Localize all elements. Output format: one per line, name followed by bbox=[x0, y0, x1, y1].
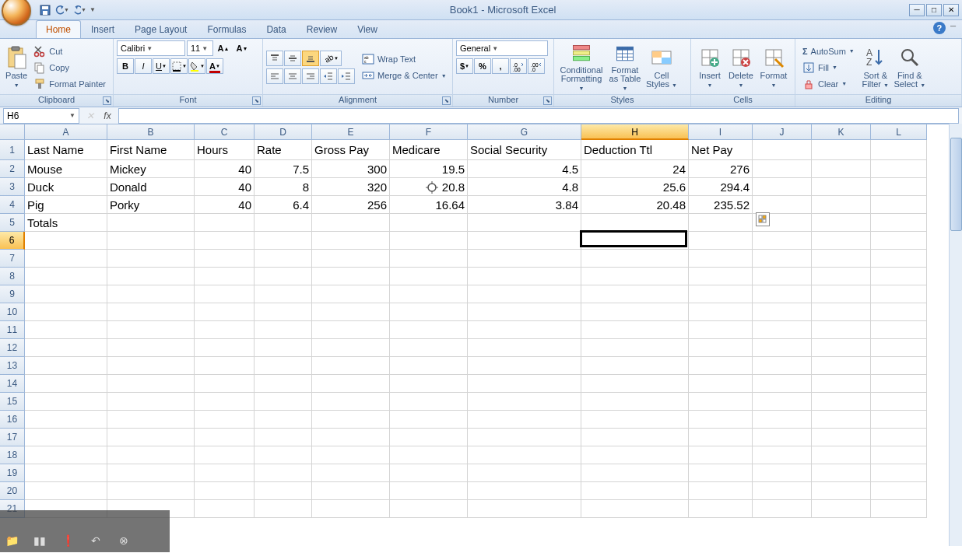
cell-A12[interactable] bbox=[25, 339, 107, 357]
cell-C4[interactable]: 40 bbox=[195, 196, 255, 214]
cell-G21[interactable] bbox=[468, 500, 581, 518]
row-header-3[interactable]: 3 bbox=[0, 178, 25, 196]
row-header-2[interactable]: 2 bbox=[0, 160, 25, 178]
cell-E3[interactable]: 320 bbox=[312, 178, 390, 196]
cell-D17[interactable] bbox=[255, 429, 312, 446]
cell-A8[interactable] bbox=[25, 268, 107, 285]
cell-B10[interactable] bbox=[107, 303, 195, 321]
cell-J2[interactable] bbox=[753, 160, 812, 178]
cell-I6[interactable] bbox=[689, 232, 753, 250]
decrease-indent[interactable] bbox=[320, 68, 337, 84]
cell-E11[interactable] bbox=[312, 321, 390, 339]
cell-H1[interactable]: Deduction Ttl bbox=[581, 140, 689, 160]
fill-color-button[interactable]: ▼ bbox=[188, 58, 205, 74]
font-size-combo[interactable]: 11▼ bbox=[187, 40, 213, 56]
cell-D6[interactable] bbox=[255, 232, 312, 250]
cell-L14[interactable] bbox=[871, 375, 927, 393]
qat-undo[interactable]: ▼ bbox=[54, 3, 70, 17]
cell-H3[interactable]: 25.6 bbox=[581, 178, 689, 196]
format-painter-button[interactable]: Format Painter bbox=[30, 76, 110, 92]
cell-E14[interactable] bbox=[312, 375, 390, 393]
tab-view[interactable]: View bbox=[347, 20, 388, 38]
cell-F8[interactable] bbox=[390, 268, 468, 285]
fx-button[interactable]: fx bbox=[100, 109, 115, 123]
cell-I17[interactable] bbox=[689, 429, 753, 446]
cell-I10[interactable] bbox=[689, 303, 753, 321]
cell-I4[interactable]: 235.52 bbox=[689, 196, 753, 214]
cell-G19[interactable] bbox=[468, 464, 581, 482]
rec-marker[interactable]: ❗ bbox=[59, 532, 76, 549]
cell-J3[interactable] bbox=[753, 178, 812, 196]
cell-H17[interactable] bbox=[581, 429, 689, 446]
cell-G16[interactable] bbox=[468, 411, 581, 429]
cell-E12[interactable] bbox=[312, 339, 390, 357]
comma-format[interactable]: , bbox=[492, 58, 509, 74]
cancel-formula[interactable]: ✕ bbox=[83, 109, 98, 123]
cell-J15[interactable] bbox=[753, 393, 812, 411]
cell-C11[interactable] bbox=[195, 321, 255, 339]
cell-F9[interactable] bbox=[390, 285, 468, 303]
cell-E1[interactable]: Gross Pay bbox=[312, 140, 390, 160]
cell-E5[interactable] bbox=[312, 214, 390, 232]
cell-A7[interactable] bbox=[25, 250, 107, 268]
align-center[interactable] bbox=[284, 68, 301, 84]
cell-J4[interactable] bbox=[753, 196, 812, 214]
row-header-15[interactable]: 15 bbox=[0, 393, 25, 411]
cell-G13[interactable] bbox=[468, 357, 581, 375]
cell-F11[interactable] bbox=[390, 321, 468, 339]
cell-G20[interactable] bbox=[468, 482, 581, 500]
decrease-decimal[interactable]: .00.0 bbox=[528, 58, 545, 74]
cell-H9[interactable] bbox=[581, 285, 689, 303]
cell-G17[interactable] bbox=[468, 429, 581, 446]
cell-C2[interactable]: 40 bbox=[195, 160, 255, 178]
cell-C10[interactable] bbox=[195, 303, 255, 321]
find-select-button[interactable]: Find & Select ▼ bbox=[893, 42, 927, 93]
cell-H2[interactable]: 24 bbox=[581, 160, 689, 178]
cell-C5[interactable] bbox=[195, 214, 255, 232]
cell-K10[interactable] bbox=[812, 303, 871, 321]
cell-D13[interactable] bbox=[255, 357, 312, 375]
font-launcher[interactable]: ⬊ bbox=[252, 96, 261, 105]
cell-H4[interactable]: 20.48 bbox=[581, 196, 689, 214]
cell-K8[interactable] bbox=[812, 268, 871, 285]
cell-H21[interactable] bbox=[581, 500, 689, 518]
cell-D12[interactable] bbox=[255, 339, 312, 357]
cell-L7[interactable] bbox=[871, 250, 927, 268]
cell-H8[interactable] bbox=[581, 268, 689, 285]
minimize-button[interactable]: ─ bbox=[909, 4, 925, 16]
cell-I12[interactable] bbox=[689, 339, 753, 357]
row-header-1[interactable]: 1 bbox=[0, 140, 25, 160]
cell-C15[interactable] bbox=[195, 393, 255, 411]
cell-E20[interactable] bbox=[312, 482, 390, 500]
row-header-12[interactable]: 12 bbox=[0, 339, 25, 357]
align-bottom[interactable] bbox=[302, 51, 319, 66]
cell-F21[interactable] bbox=[390, 500, 468, 518]
cell-G6[interactable] bbox=[468, 232, 581, 250]
cell-A5[interactable]: Totals bbox=[25, 214, 107, 232]
cell-E8[interactable] bbox=[312, 268, 390, 285]
cell-J21[interactable] bbox=[753, 500, 812, 518]
cell-K18[interactable] bbox=[812, 446, 871, 464]
cell-C1[interactable]: Hours bbox=[195, 140, 255, 160]
cell-C21[interactable] bbox=[195, 500, 255, 518]
row-header-17[interactable]: 17 bbox=[0, 429, 25, 446]
cell-G14[interactable] bbox=[468, 375, 581, 393]
cell-F3[interactable]: 20.8 bbox=[390, 178, 468, 196]
cell-A15[interactable] bbox=[25, 393, 107, 411]
cell-C6[interactable] bbox=[195, 232, 255, 250]
cell-D11[interactable] bbox=[255, 321, 312, 339]
cell-C7[interactable] bbox=[195, 250, 255, 268]
cell-K11[interactable] bbox=[812, 321, 871, 339]
cell-B20[interactable] bbox=[107, 482, 195, 500]
cell-D16[interactable] bbox=[255, 411, 312, 429]
cell-A18[interactable] bbox=[25, 446, 107, 464]
bold-button[interactable]: B bbox=[117, 58, 134, 74]
cell-L20[interactable] bbox=[871, 482, 927, 500]
cell-I9[interactable] bbox=[689, 285, 753, 303]
cell-L13[interactable] bbox=[871, 357, 927, 375]
cell-K13[interactable] bbox=[812, 357, 871, 375]
fill-button[interactable]: Fill ▼ bbox=[799, 60, 858, 75]
cell-K12[interactable] bbox=[812, 339, 871, 357]
cell-A17[interactable] bbox=[25, 429, 107, 446]
sort-filter-button[interactable]: AZSort & Filter ▼ bbox=[858, 42, 893, 93]
